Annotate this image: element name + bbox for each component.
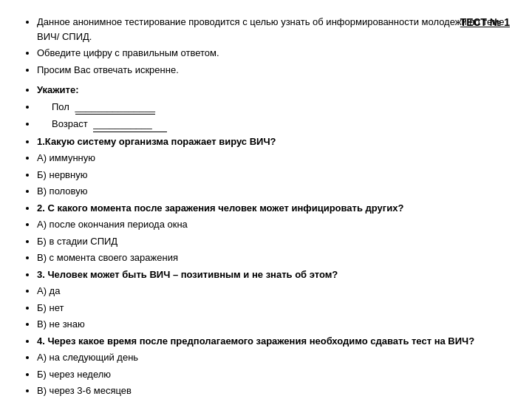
test-title: ТЕСТ № 1 [460,15,510,30]
pol-row: Пол _______________ [37,100,510,115]
question-q4: 4. Через какое время после предполагаемо… [37,334,510,349]
question-text-q4: 4. Через какое время после предполагаемо… [37,335,474,347]
vozrast-row: Возраст ___________ [37,117,510,132]
questions-list: 1.Какую систему организма поражает вирус… [22,134,510,400]
question-q3: 3. Человек может быть ВИЧ – позитивным и… [37,267,510,282]
main-container: Данное анонимное тестирование проводится… [22,15,510,399]
intro-section: Данное анонимное тестирование проводится… [22,15,510,77]
answer-q2-2: В) с момента своего заражения [37,250,510,265]
vozrast-field: ___________ [93,117,167,132]
question-text-q1: 1.Какую систему организма поражает вирус… [37,136,276,147]
pol-field: _______________ [75,100,155,115]
intro-line2: Обведите цифру с правильным ответом. [37,46,510,61]
intro-line1: Данное анонимное тестирование проводится… [37,15,510,44]
answer-q3-1: Б) нет [37,301,510,316]
ukajite-label: Укажите: [37,83,510,98]
answer-q4-1: Б) через неделю [37,367,510,382]
answer-q2-1: Б) в стадии СПИД [37,234,510,249]
ukajite-section: Укажите: Пол _______________ Возраст ___… [22,83,510,132]
answer-q4-0: А) на следующий день [37,350,510,365]
answer-q4-2: В) через 3-6 месяцев [37,383,510,398]
answer-q3-2: В) не знаю [37,317,510,332]
answer-q1-2: В) половую [37,184,510,199]
answer-q2-0: А) после окончания периода окна [37,217,510,232]
question-q1: 1.Какую систему организма поражает вирус… [37,134,510,149]
intro-line3: Просим Вас отвечать искренне. [37,63,510,78]
answer-q3-0: А) да [37,284,510,299]
answer-q1-0: А) иммунную [37,151,510,166]
answer-q1-1: Б) нервную [37,168,510,183]
question-text-q3: 3. Человек может быть ВИЧ – позитивным и… [37,269,338,280]
question-text-q2: 2. С какого момента после заражения чело… [37,202,403,214]
question-q2: 2. С какого момента после заражения чело… [37,201,510,216]
